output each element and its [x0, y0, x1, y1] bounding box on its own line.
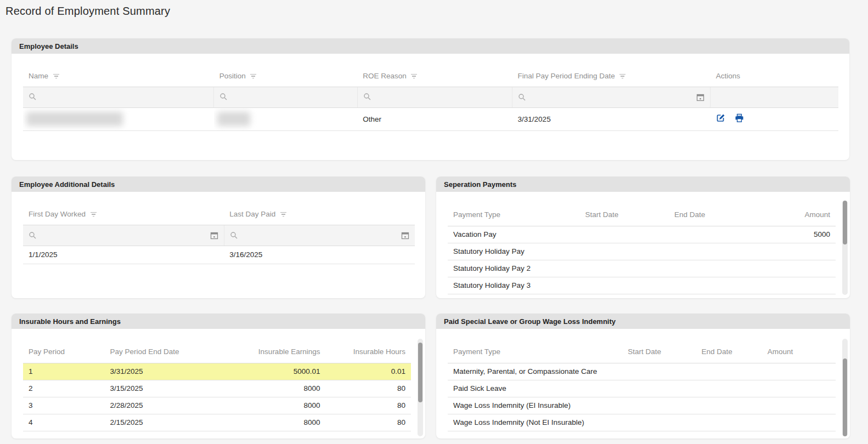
scrollbar-thumb[interactable]	[418, 343, 422, 402]
header-row: Name Position ROE Reason Final Pay Perio…	[23, 66, 838, 87]
insurable-hours-earnings-panel-header: Insurable Hours and Earnings	[12, 314, 425, 329]
first-day-worked-filter-input[interactable]	[23, 225, 224, 246]
final-pay-period-value: 3/31/2025	[512, 107, 711, 130]
separation-payments-panel: Seperation Payments Payment Type Start D…	[436, 177, 850, 298]
redacted-position	[217, 112, 250, 126]
panel-title: Employee Additional Details	[19, 180, 115, 189]
roe-reason-filter-input[interactable]	[357, 87, 512, 107]
column-header-final-pay-period-ending-date[interactable]: Final Pay Period Ending Date	[512, 66, 711, 87]
filter-icon	[411, 74, 418, 79]
column-header-payment-type: Payment Type	[448, 204, 579, 226]
column-header-start-date: Start Date	[622, 341, 696, 363]
filter-row	[23, 225, 415, 246]
employee-row[interactable]: Other 3/31/2025	[23, 107, 838, 130]
filter-icon	[250, 74, 257, 79]
name-filter-input[interactable]	[23, 87, 214, 107]
payment-row[interactable]: Statutory Holiday Pay 2	[448, 260, 836, 277]
roe-reason-value: Other	[357, 107, 512, 130]
filter-row	[23, 87, 838, 107]
column-header-amount: Amount	[762, 204, 836, 226]
column-header-last-day-paid[interactable]: Last Day Paid	[224, 204, 415, 225]
scrollbar-track[interactable]	[418, 339, 423, 436]
panel-title: Insurable Hours and Earnings	[19, 317, 121, 326]
leave-row[interactable]: Wage Loss Indemnity (Not EI Insurable)	[448, 414, 836, 431]
panel-title: Seperation Payments	[444, 180, 516, 189]
column-header-insurable-hours: Insurable Hours	[325, 341, 411, 363]
employee-details-panel-header: Employee Details	[12, 38, 849, 54]
print-button[interactable]	[735, 113, 744, 123]
calendar-icon[interactable]	[696, 93, 704, 101]
first-day-worked-value: 1/1/2025	[23, 246, 224, 264]
pay-period-row[interactable]: 2 3/15/2025 8000 80	[23, 380, 411, 397]
column-header-roe-reason[interactable]: ROE Reason	[357, 66, 512, 87]
final-pay-period-filter-input[interactable]	[512, 87, 711, 107]
last-day-paid-filter-input[interactable]	[224, 225, 415, 246]
search-icon	[219, 93, 227, 100]
header-row: Pay Period Pay Period End Date Insurable…	[23, 341, 411, 363]
search-icon	[29, 231, 36, 239]
position-filter-input[interactable]	[214, 87, 358, 107]
header-row: Payment Type Start Date End Date Amount	[448, 341, 836, 363]
additional-details-row[interactable]: 1/1/2025 3/16/2025	[23, 246, 415, 264]
column-header-insurable-earnings: Insurable Earnings	[221, 341, 326, 363]
search-icon	[29, 93, 36, 100]
search-icon	[230, 231, 238, 239]
separation-payments-panel-header: Seperation Payments	[436, 177, 850, 192]
scrollbar-thumb[interactable]	[843, 201, 847, 244]
scrollbar-thumb[interactable]	[843, 358, 847, 436]
employee-additional-details-table: First Day Worked Last Day Paid	[23, 204, 415, 264]
filter-icon	[53, 74, 59, 79]
insurable-hours-earnings-table: Pay Period Pay Period End Date Insurable…	[23, 341, 411, 431]
employee-details-panel: Employee Details Name Position ROE Reaso…	[12, 38, 849, 160]
pay-period-row[interactable]: 4 2/15/2025 8000 80	[23, 414, 411, 431]
scrollbar-track[interactable]	[842, 201, 848, 295]
column-header-position[interactable]: Position	[214, 66, 358, 87]
search-icon	[363, 93, 371, 100]
filter-icon	[280, 212, 286, 217]
leave-row[interactable]: Wage Loss Indemnity (EI Insurable)	[448, 397, 836, 414]
column-header-actions: Actions	[711, 66, 838, 87]
calendar-icon[interactable]	[401, 231, 409, 240]
actions-filter-cell	[711, 87, 838, 107]
column-header-pay-period-end-date: Pay Period End Date	[104, 341, 221, 363]
header-row: Payment Type Start Date End Date Amount	[448, 204, 836, 226]
paid-special-leave-panel: Paid Special Leave or Group Wage Loss In…	[436, 314, 850, 439]
leave-row[interactable]: Maternity, Parental, or Compassionate Ca…	[448, 363, 836, 380]
column-header-end-date: End Date	[696, 341, 762, 363]
column-header-name[interactable]: Name	[23, 66, 214, 87]
filter-icon	[619, 74, 626, 79]
column-header-start-date: Start Date	[579, 204, 669, 226]
edit-button[interactable]	[716, 113, 725, 123]
leave-row[interactable]: Paid Sick Leave	[448, 380, 836, 397]
scrollbar-track[interactable]	[842, 339, 848, 436]
column-header-pay-period: Pay Period	[23, 341, 104, 363]
separation-payments-table: Payment Type Start Date End Date Amount …	[448, 204, 836, 294]
edit-icon	[716, 113, 725, 123]
employee-additional-details-panel: Employee Additional Details First Day Wo…	[12, 177, 425, 298]
insurable-hours-earnings-panel: Insurable Hours and Earnings Pay Period …	[12, 314, 425, 439]
column-header-payment-type: Payment Type	[448, 341, 622, 363]
column-header-end-date: End Date	[669, 204, 762, 226]
calendar-icon[interactable]	[210, 231, 218, 240]
payment-row[interactable]: Statutory Holiday Pay 3	[448, 277, 836, 294]
panel-title: Paid Special Leave or Group Wage Loss In…	[444, 317, 616, 326]
search-icon	[518, 93, 526, 101]
print-icon	[735, 113, 744, 123]
employee-additional-details-panel-header: Employee Additional Details	[12, 177, 425, 192]
last-day-paid-value: 3/16/2025	[224, 246, 415, 264]
payment-row[interactable]: Statutory Holiday Pay	[448, 243, 836, 260]
payment-row[interactable]: Vacation Pay 5000	[448, 226, 836, 243]
paid-special-leave-table: Payment Type Start Date End Date Amount …	[448, 341, 836, 431]
employee-details-table: Name Position ROE Reason Final Pay Perio…	[23, 66, 838, 131]
filter-icon	[90, 212, 97, 217]
pay-period-row-selected[interactable]: 1 3/31/2025 5000.01 0.01	[23, 363, 411, 380]
column-header-amount: Amount	[762, 341, 836, 363]
header-row: First Day Worked Last Day Paid	[23, 204, 415, 225]
pay-period-row[interactable]: 3 2/28/2025 8000 80	[23, 397, 411, 414]
page-title: Record of Employment Summary	[5, 5, 170, 18]
redacted-name	[26, 112, 123, 126]
column-header-first-day-worked[interactable]: First Day Worked	[23, 204, 224, 225]
panel-title: Employee Details	[19, 42, 78, 50]
paid-special-leave-panel-header: Paid Special Leave or Group Wage Loss In…	[436, 314, 850, 329]
